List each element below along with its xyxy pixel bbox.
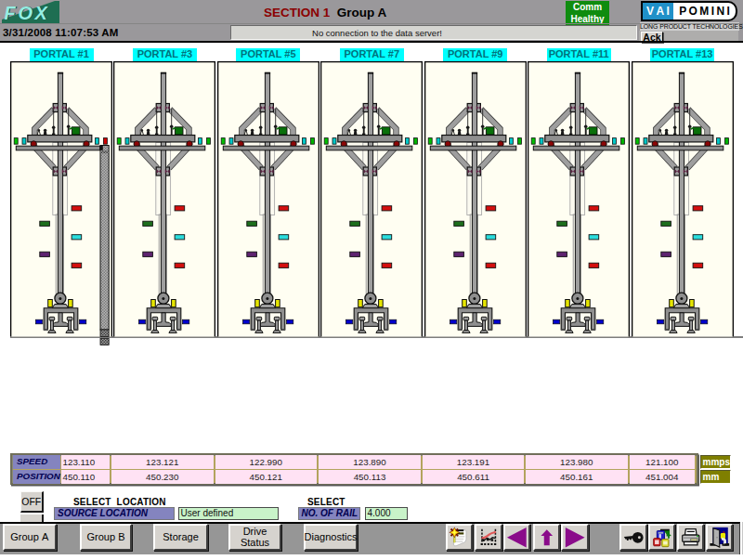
svg-text:FOX: FOX	[5, 3, 50, 23]
